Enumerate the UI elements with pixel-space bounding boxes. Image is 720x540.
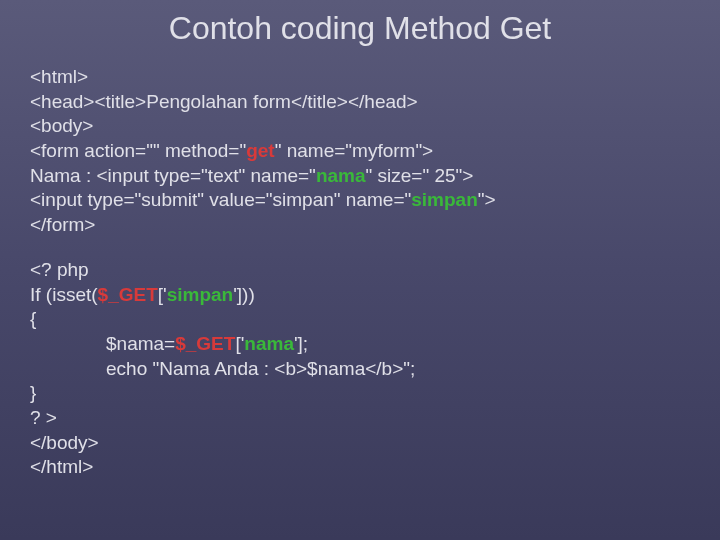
highlight-nama: nama xyxy=(316,165,366,186)
code-block-php: <? php If (isset($_GET['simpan'])) { $na… xyxy=(0,258,720,480)
code-line: { xyxy=(30,307,690,332)
code-text: '])) xyxy=(233,284,255,305)
code-line: Nama : <input type="text" name="nama" si… xyxy=(30,164,690,189)
code-text: " name="myform"> xyxy=(275,140,434,161)
code-block-html: <html> <head><title>Pengolahan form</tit… xyxy=(0,65,720,238)
code-line: $nama=$_GET['nama']; xyxy=(30,332,690,357)
code-text: $nama= xyxy=(106,333,175,354)
code-line: <html> xyxy=(30,65,690,90)
code-text: "> xyxy=(478,189,496,210)
code-line: If (isset($_GET['simpan'])) xyxy=(30,283,690,308)
code-line: ? > xyxy=(30,406,690,431)
highlight-get-var: $_GET xyxy=(175,333,235,354)
highlight-simpan: simpan xyxy=(411,189,478,210)
slide-title: Contoh coding Method Get xyxy=(0,0,720,65)
code-text: echo "Nama Anda : <b>$nama</b>"; xyxy=(106,358,415,379)
highlight-get: get xyxy=(246,140,275,161)
code-text: If (isset( xyxy=(30,284,98,305)
code-line: echo "Nama Anda : <b>$nama</b>"; xyxy=(30,357,690,382)
code-line: <form action="" method="get" name="myfor… xyxy=(30,139,690,164)
code-line: </body> xyxy=(30,431,690,456)
highlight-simpan-key: simpan xyxy=(167,284,234,305)
highlight-nama-key: nama xyxy=(244,333,294,354)
code-text: ']; xyxy=(294,333,308,354)
code-line: } xyxy=(30,381,690,406)
code-text: [' xyxy=(158,284,167,305)
code-line: </html> xyxy=(30,455,690,480)
code-line: <? php xyxy=(30,258,690,283)
code-text: <form action="" method=" xyxy=(30,140,246,161)
code-text: <input type="submit" value="simpan" name… xyxy=(30,189,411,210)
code-line: <body> xyxy=(30,114,690,139)
code-text: [' xyxy=(235,333,244,354)
highlight-get-var: $_GET xyxy=(98,284,158,305)
code-line: </form> xyxy=(30,213,690,238)
code-text: Nama : <input type="text" name=" xyxy=(30,165,316,186)
code-line: <input type="submit" value="simpan" name… xyxy=(30,188,690,213)
code-text: " size=" 25"> xyxy=(366,165,474,186)
code-line: <head><title>Pengolahan form</title></he… xyxy=(30,90,690,115)
